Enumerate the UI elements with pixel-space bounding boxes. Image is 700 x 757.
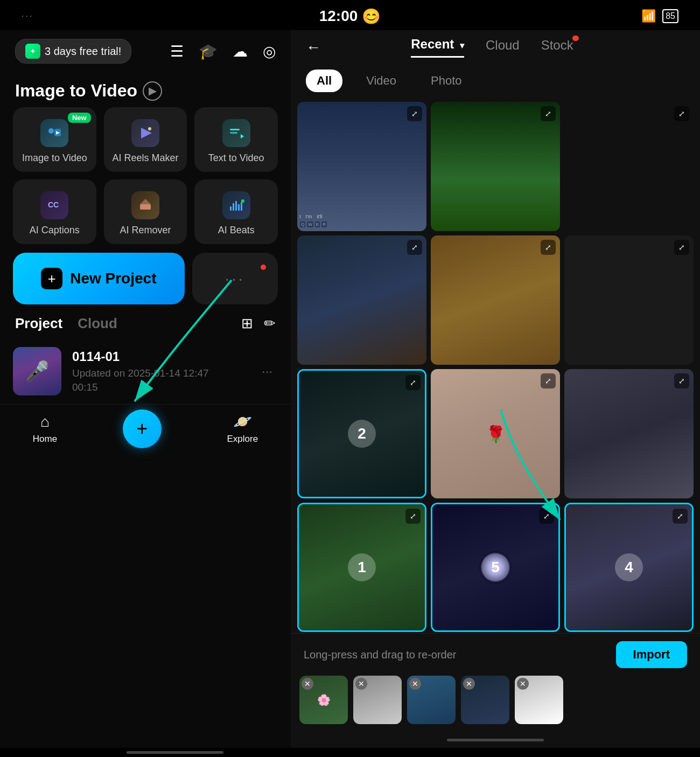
- strip-remove-icon[interactable]: ✕: [355, 678, 367, 690]
- project-date: Updated on 2025-01-14 12:47: [72, 367, 246, 379]
- ai-captions-icon: CC: [40, 191, 68, 219]
- feature-card-ai-beats[interactable]: AI Beats: [194, 179, 278, 244]
- expand-icon[interactable]: ⤢: [674, 373, 689, 388]
- cloud-icon[interactable]: ☁: [233, 43, 248, 60]
- media-cell[interactable]: ⤢: [431, 102, 560, 231]
- media-cell[interactable]: ⤢: [564, 369, 694, 498]
- hat-icon[interactable]: 🎓: [199, 43, 218, 60]
- media-cell[interactable]: 🌹 ⤢: [431, 369, 560, 498]
- new-badge: New: [68, 113, 91, 123]
- svg-point-4: [148, 127, 151, 130]
- svg-rect-9: [140, 204, 151, 210]
- home-indicators: [0, 748, 700, 757]
- nav-new-button[interactable]: +: [123, 409, 162, 448]
- expand-icon[interactable]: ⤢: [405, 509, 421, 524]
- media-cell-selected[interactable]: 1 ⤢: [297, 503, 426, 632]
- feature-card-image-to-video[interactable]: Image to Video New: [13, 107, 96, 172]
- project-item[interactable]: 🎤 0114-01 Updated on 2025-01-14 12:47 00…: [13, 338, 278, 404]
- three-dots-icon: ···: [225, 269, 245, 288]
- import-section: Long-press and drag to re-order Import 🌸…: [291, 633, 700, 732]
- media-cell[interactable]: ⤢: [564, 235, 694, 365]
- tab-stock[interactable]: Stock: [541, 38, 573, 57]
- home-indicator-left: [127, 751, 223, 754]
- status-bar: ··· 12:00 😊 📶 85: [0, 0, 700, 30]
- order-badge: 2: [348, 420, 376, 448]
- project-list: 🎤 0114-01 Updated on 2025-01-14 12:47 00…: [0, 338, 291, 404]
- filter-photo[interactable]: Photo: [420, 70, 473, 92]
- order-badge: 4: [615, 553, 643, 581]
- info-icon[interactable]: ▶: [143, 81, 162, 101]
- strip-remove-icon[interactable]: ✕: [463, 678, 475, 690]
- trial-label: 3 days free trial!: [45, 45, 121, 58]
- new-project-button[interactable]: + New Project: [13, 253, 185, 304]
- strip-item[interactable]: ✕: [407, 676, 456, 724]
- strip-remove-icon[interactable]: ✕: [409, 678, 421, 690]
- chat-icon[interactable]: ◎: [263, 43, 276, 60]
- media-cell-selected[interactable]: 2 ⤢: [297, 369, 426, 498]
- expand-icon[interactable]: ⤢: [405, 375, 421, 390]
- tab-recent[interactable]: Recent ▾: [411, 37, 464, 58]
- expand-icon[interactable]: ⤢: [674, 106, 689, 121]
- selected-strip: 🌸 ✕ ✕ ✕ ✕: [291, 676, 700, 732]
- feature-card-ai-reels[interactable]: AI Reels Maker: [104, 107, 187, 172]
- expand-icon[interactable]: ⤢: [539, 509, 554, 524]
- grid-row: 1 ⤢ 5 ⤢ 4 ⤢: [297, 503, 694, 632]
- media-cell[interactable]: I I'm it'll Q W E R ⤢: [297, 102, 426, 231]
- nav-item-explore[interactable]: 🪐 Explore: [227, 413, 258, 445]
- more-options-card[interactable]: ···: [192, 253, 278, 304]
- expand-icon[interactable]: ⤢: [541, 373, 556, 388]
- strip-remove-icon[interactable]: ✕: [517, 678, 529, 690]
- strip-remove-icon[interactable]: ✕: [302, 678, 313, 690]
- svg-rect-15: [241, 202, 242, 211]
- strip-item[interactable]: ✕: [461, 676, 509, 724]
- right-panel: ← Recent ▾ Cloud Stock All Video Photo: [291, 30, 700, 748]
- left-panel: ✦ ✦ 3 days free trial! ☰ 🎓 ☁ ◎ Image to …: [0, 30, 291, 748]
- expand-icon[interactable]: ⤢: [673, 509, 688, 524]
- svg-marker-10: [140, 199, 151, 204]
- trial-badge[interactable]: ✦ 3 days free trial!: [15, 39, 131, 64]
- back-button[interactable]: ←: [306, 39, 321, 56]
- expand-icon[interactable]: ⤢: [541, 106, 556, 121]
- expand-icon[interactable]: ⤢: [407, 240, 422, 255]
- menu-icon[interactable]: ☰: [170, 43, 184, 60]
- media-cell-selected[interactable]: 5 ⤢: [431, 503, 560, 632]
- nav-plus-icon: +: [136, 418, 148, 440]
- project-name: 0114-01: [72, 349, 246, 364]
- expand-icon[interactable]: ⤢: [407, 106, 422, 121]
- home-icon: ⌂: [40, 413, 50, 430]
- feature-card-ai-remover[interactable]: AI Remover: [104, 179, 187, 244]
- tab-project[interactable]: Project: [15, 315, 62, 332]
- edit-icon[interactable]: ✏: [264, 315, 276, 332]
- media-cell[interactable]: ⤢: [431, 235, 560, 365]
- tab-cloud[interactable]: Cloud: [78, 315, 117, 332]
- strip-item[interactable]: ✕: [515, 676, 563, 724]
- nav-item-home[interactable]: ⌂ Home: [33, 413, 57, 445]
- top-icons: ☰ 🎓 ☁ ◎: [170, 43, 276, 60]
- import-button[interactable]: Import: [616, 641, 687, 668]
- expand-icon[interactable]: ⤢: [541, 240, 556, 255]
- filter-video[interactable]: Video: [355, 70, 407, 92]
- grid-view-icon[interactable]: ⊞: [241, 315, 253, 332]
- media-cell[interactable]: ⤢: [564, 102, 694, 231]
- feature-card-text-to-video[interactable]: Text to Video: [194, 107, 278, 172]
- expand-icon[interactable]: ⤢: [674, 240, 689, 255]
- project-duration: 00:15: [72, 381, 246, 393]
- media-cell-selected[interactable]: 4 ⤢: [564, 503, 694, 632]
- filter-tabs: All Video Photo: [291, 64, 700, 98]
- project-more-icon[interactable]: ···: [256, 358, 278, 384]
- media-grid: I I'm it'll Q W E R ⤢ ⤢: [291, 98, 700, 633]
- svg-rect-5: [230, 129, 240, 130]
- media-cell[interactable]: ⤢: [297, 235, 426, 365]
- filter-all[interactable]: All: [306, 70, 342, 92]
- image-to-video-icon: [40, 119, 68, 147]
- svg-marker-7: [241, 134, 244, 138]
- strip-item[interactable]: 🌸 ✕: [299, 676, 348, 724]
- section-title: Image to Video ▶: [0, 72, 291, 107]
- import-bar: Long-press and drag to re-order Import: [291, 634, 700, 676]
- strip-item[interactable]: ✕: [353, 676, 402, 724]
- feature-card-ai-captions[interactable]: CC AI Captions: [13, 179, 96, 244]
- project-thumb-img: 🎤: [13, 347, 61, 395]
- tab-cloud[interactable]: Cloud: [486, 38, 520, 57]
- new-project-plus-icon: +: [41, 268, 62, 289]
- home-indicator-right: [447, 739, 544, 741]
